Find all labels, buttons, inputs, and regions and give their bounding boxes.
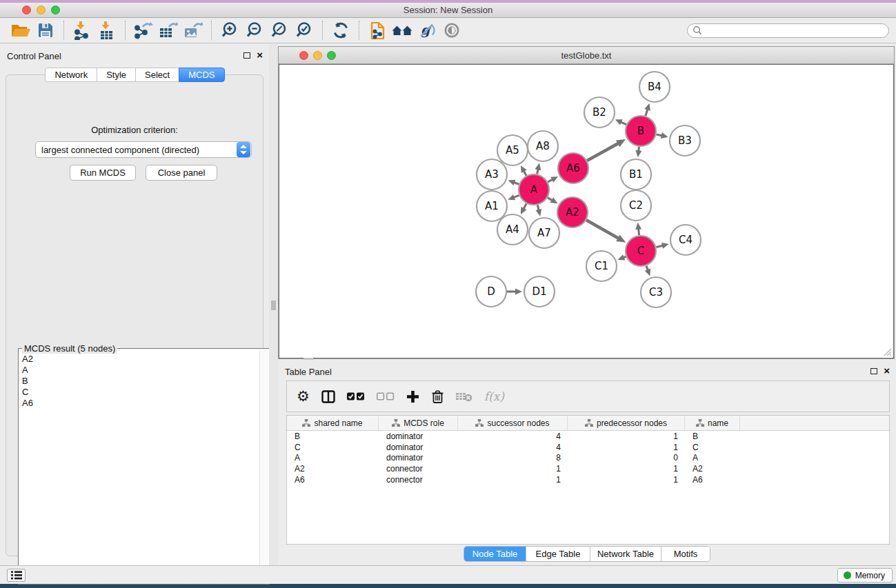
table-row[interactable]: A2connector11A2 [287,463,889,474]
tab-network-table[interactable]: Network Table [590,547,661,561]
table-cell[interactable]: A [685,453,740,463]
table-cell[interactable]: 1 [568,432,685,441]
result-item[interactable]: B [22,376,266,387]
table-cell[interactable]: dominator [379,453,458,463]
table-cell[interactable]: B [287,432,379,441]
graph-node-A[interactable]: A [519,174,549,205]
float-panel-icon[interactable] [243,52,250,59]
graph-node-C3[interactable]: C3 [641,277,671,307]
window-titlebar[interactable]: Session: New Session [0,3,896,18]
result-item[interactable]: C [22,387,266,398]
float-table-panel-icon[interactable] [870,368,877,374]
table-cell[interactable]: A6 [287,475,379,485]
run-mcds-button[interactable]: Run MCDS [70,165,136,181]
export-network-icon[interactable] [131,20,156,41]
create-column-icon[interactable] [406,390,419,403]
table-cell[interactable]: 4 [458,432,568,441]
graph-node-A7[interactable]: A7 [529,218,559,248]
column-header-name[interactable]: name [685,416,740,430]
home-icon[interactable] [390,20,415,41]
close-table-panel-icon[interactable]: × [884,367,890,374]
table-cell[interactable]: dominator [379,443,458,452]
graph-edge-C-C2[interactable] [635,223,641,235]
result-item[interactable]: A6 [22,398,266,409]
memory-button[interactable]: Memory [837,568,893,582]
graph-edge-C-C3[interactable] [645,266,650,276]
graph-node-A8[interactable]: A8 [528,131,558,161]
open-session-icon[interactable] [8,20,33,41]
zoom-fit-icon[interactable] [267,20,292,41]
graph-node-A1[interactable]: A1 [477,191,507,221]
export-table-icon[interactable] [156,20,181,41]
graph-node-B1[interactable]: B1 [621,159,651,190]
graph-edge-B-B4[interactable] [644,103,650,116]
graph-node-C2[interactable]: C2 [621,190,651,221]
graph-edge-A-A5[interactable] [521,165,527,176]
network-canvas[interactable]: B4B2BB3A8A5A6A3B1AA1C2A2A4A7C4CC1C3DD1 [279,64,894,358]
table-cell[interactable]: connector [379,464,458,474]
result-item[interactable]: A2 [22,354,266,365]
graph-node-A5[interactable]: A5 [497,135,528,165]
graph-edge-A-A8[interactable] [535,163,541,174]
search-input[interactable] [702,25,888,36]
graph-node-B[interactable]: B [626,116,656,146]
table-cell[interactable]: 1 [568,464,685,474]
column-header-successor-nodes[interactable]: successor nodes [458,416,568,430]
table-cell[interactable]: A6 [685,475,740,485]
table-cell[interactable]: 4 [458,443,568,452]
tab-network[interactable]: Network [45,68,97,82]
graph-node-A6[interactable]: A6 [558,153,588,183]
zoom-in-icon[interactable] [217,20,242,41]
tab-mcds[interactable]: MCDS [179,68,224,82]
graph-node-D1[interactable]: D1 [524,276,555,307]
zoom-selected-icon[interactable] [292,20,317,41]
resize-grip-icon[interactable] [882,347,892,356]
table-cell[interactable]: A [287,453,379,463]
graph-edge-A-A6[interactable] [548,176,558,183]
criterion-dropdown[interactable]: largest connected component (directed) [35,141,252,158]
graph-edge-A-A3[interactable] [508,180,519,185]
close-panel-icon[interactable]: × [257,52,263,59]
result-item[interactable]: A [22,365,266,376]
table-cell[interactable]: 1 [458,464,568,474]
table-row[interactable]: A6connector11A6 [287,474,889,485]
maximize-window-icon[interactable] [51,6,60,14]
graph-edge-C-C4[interactable] [656,243,668,249]
graph-edge-A-A7[interactable] [536,205,542,216]
tab-motifs[interactable]: Motifs [661,547,710,561]
close-window-icon[interactable] [22,6,31,14]
zoom-out-icon[interactable] [242,20,267,41]
table-cell[interactable]: 1 [568,443,685,452]
graph-edge-A-A1[interactable] [508,194,519,200]
graph-edge-A2-C[interactable] [586,220,626,242]
graph-node-A3[interactable]: A3 [477,159,507,190]
refresh-icon[interactable] [328,20,353,41]
show-hide-icon[interactable] [439,20,464,41]
column-header-shared-name[interactable]: shared name [287,416,379,430]
table-cell[interactable]: C [287,443,379,452]
graph-edge-A-A2[interactable] [548,197,558,203]
close-network-icon[interactable] [299,51,308,60]
search-field[interactable] [687,23,889,38]
network-graph[interactable]: B4B2BB3A8A5A6A3B1AA1C2A2A4A7C4CC1C3DD1 [279,65,893,358]
graph-edge-D-D1[interactable] [507,289,522,295]
table-row[interactable]: Adominator80A [287,452,889,463]
graph-edge-C-C1[interactable] [617,254,626,260]
table-row[interactable]: Bdominator41B [287,431,889,442]
graph-node-A4[interactable]: A4 [497,214,528,245]
graph-edge-A-A4[interactable] [521,203,527,214]
maximize-network-icon[interactable] [327,51,336,60]
graph-edge-B-B3[interactable] [656,132,668,139]
column-header-predecessor-nodes[interactable]: predecessor nodes [568,416,685,430]
graph-node-C[interactable]: C [626,236,656,266]
close-panel-button[interactable]: Close panel [146,165,217,181]
graph-node-C1[interactable]: C1 [586,251,617,281]
column-header-MCDS-role[interactable]: MCDS role [379,416,458,430]
export-image-icon[interactable] [181,20,206,41]
deselect-all-icon[interactable] [377,392,395,401]
node-table[interactable]: shared nameMCDS rolesuccessor nodesprede… [286,415,890,545]
network-window-titlebar[interactable]: testGlobe.txt [279,47,894,64]
hide-graphics-details-icon[interactable]: g [415,20,439,41]
split-view-icon[interactable] [321,390,335,403]
table-cell[interactable]: 8 [458,453,568,463]
